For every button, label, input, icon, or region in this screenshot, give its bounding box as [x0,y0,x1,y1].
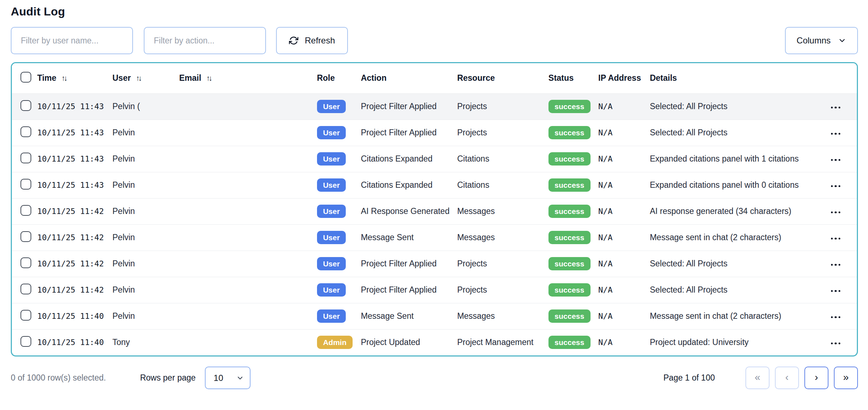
action-filter-input[interactable] [144,27,266,54]
sort-by-time[interactable]: Time ↑↓ [37,73,66,83]
action-cell: Message Sent [361,303,457,329]
action-cell: Citations Expanded [361,146,457,172]
row-checkbox[interactable] [20,153,31,163]
chevron-down-icon [236,374,244,382]
time-cell: 10/11/25 11:40 [37,303,112,329]
table-body: 10/11/25 11:43 Pelvin ( User Project Fil… [12,93,857,355]
action-cell: Message Sent [361,224,457,251]
table-header-row: Time ↑↓ User ↑↓ Email ↑↓ Role [12,63,857,93]
ip-cell: N/A [598,198,650,224]
ip-cell: N/A [598,277,650,303]
row-actions-button[interactable] [827,234,844,243]
user-cell: Pelvin [112,224,179,251]
row-checkbox[interactable] [20,310,31,321]
table-row: 10/11/25 11:40 Tony Admin Project Update… [12,329,857,355]
ip-column-header: IP Address [598,63,650,93]
row-actions-button[interactable] [827,208,844,217]
last-page-button[interactable]: » [834,367,858,389]
email-cell [179,303,317,329]
action-column-header: Action [361,63,457,93]
actions-column-header [827,63,857,93]
time-cell: 10/11/25 11:42 [37,251,112,277]
row-checkbox[interactable] [20,336,31,347]
details-cell: Selected: All Projects [650,251,827,277]
role-badge: User [317,100,346,113]
next-page-button[interactable]: › [804,367,828,389]
ip-cell: N/A [598,251,650,277]
role-badge: User [317,257,346,270]
time-cell: 10/11/25 11:43 [37,146,112,172]
columns-button[interactable]: Columns [785,27,858,54]
role-badge: User [317,152,346,166]
rows-per-page-value: 10 [213,373,223,383]
status-badge: success [548,205,591,218]
action-cell: Project Updated [361,329,457,355]
status-badge: success [548,283,591,297]
user-cell: Pelvin [112,120,179,146]
ip-cell: N/A [598,224,650,251]
sort-arrows-icon: ↑↓ [206,74,211,83]
user-cell: Pelvin [112,198,179,224]
action-cell: Citations Expanded [361,172,457,198]
resource-cell: Project Management [457,329,548,355]
row-checkbox[interactable] [20,284,31,294]
rows-per-page-label: Rows per page [140,373,196,383]
status-badge: success [548,231,591,244]
select-all-checkbox[interactable] [20,72,31,83]
ip-cell: N/A [598,146,650,172]
row-actions-button[interactable] [827,286,844,296]
email-column-header: Email [179,73,201,83]
role-badge: User [317,178,346,192]
row-checkbox[interactable] [20,257,31,268]
resource-cell: Citations [457,172,548,198]
row-checkbox[interactable] [20,231,31,242]
row-actions-button[interactable] [827,339,844,348]
resource-cell: Citations [457,146,548,172]
time-cell: 10/11/25 11:42 [37,224,112,251]
user-filter-input[interactable] [11,27,133,54]
row-actions-button[interactable] [827,129,844,139]
table-row: 10/11/25 11:42 Pelvin User AI Response G… [12,198,857,224]
status-badge: success [548,100,591,113]
action-cell: Project Filter Applied [361,93,457,120]
action-cell: Project Filter Applied [361,251,457,277]
user-cell: Pelvin [112,146,179,172]
time-column-header: Time [37,73,56,83]
status-badge: success [548,126,591,139]
status-badge: success [548,336,591,349]
table-footer: 0 of 1000 row(s) selected. Rows per page… [11,367,858,389]
row-actions-button[interactable] [827,182,844,191]
refresh-button[interactable]: Refresh [276,27,348,54]
columns-button-label: Columns [796,36,831,46]
table-row: 10/11/25 11:43 Pelvin User Project Filte… [12,120,857,146]
row-actions-button[interactable] [827,260,844,270]
rows-per-page-select[interactable]: 10 [205,367,251,389]
email-cell [179,146,317,172]
action-cell: Project Filter Applied [361,120,457,146]
refresh-button-label: Refresh [305,36,335,46]
row-checkbox[interactable] [20,205,31,216]
user-cell: Pelvin ( [112,93,179,120]
email-cell [179,277,317,303]
ip-cell: N/A [598,93,650,120]
row-checkbox[interactable] [20,179,31,190]
table-row: 10/11/25 11:42 Pelvin User Project Filte… [12,251,857,277]
audit-log-table: Time ↑↓ User ↑↓ Email ↑↓ Role [12,63,857,355]
ip-cell: N/A [598,329,650,355]
row-actions-button[interactable] [827,103,844,112]
first-page-button: « [745,367,770,389]
row-actions-button[interactable] [827,313,844,322]
email-cell [179,329,317,355]
action-cell: Project Filter Applied [361,277,457,303]
row-checkbox[interactable] [20,126,31,137]
ip-cell: N/A [598,303,650,329]
status-column-header: Status [548,63,598,93]
sort-by-user[interactable]: User ↑↓ [112,73,141,83]
chevron-down-icon [838,36,846,45]
row-actions-button[interactable] [827,155,844,165]
sort-by-email[interactable]: Email ↑↓ [179,73,211,83]
email-cell [179,251,317,277]
row-checkbox[interactable] [20,100,31,111]
email-cell [179,93,317,120]
ip-cell: N/A [598,172,650,198]
